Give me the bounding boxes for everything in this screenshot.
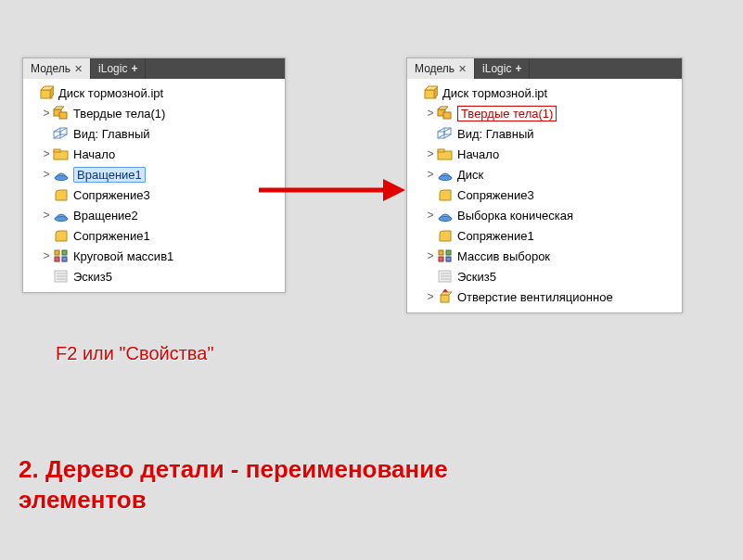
expander[interactable]: > <box>40 168 53 181</box>
root-label: Диск тормозной.ipt <box>442 86 547 100</box>
svg-rect-4 <box>59 112 67 119</box>
fillet-icon <box>437 186 454 203</box>
fillet-icon <box>53 227 70 244</box>
part-icon <box>422 84 439 101</box>
fillet-icon <box>437 227 454 244</box>
tree-item-label: Вращение1 <box>73 167 146 183</box>
view-icon <box>53 125 70 142</box>
tree-item[interactable]: >Начало <box>407 144 682 164</box>
tree-item-label: Диск <box>457 168 483 182</box>
svg-rect-13 <box>54 149 60 152</box>
tree-item[interactable]: >Отверстие вентиляционное <box>407 286 682 307</box>
tab-ilogic-label: iLogic <box>482 62 511 75</box>
tree-item-label: Твердые тела(1) <box>457 106 557 121</box>
tree-root[interactable]: Диск тормозной.ipt <box>23 83 285 103</box>
expander[interactable]: > <box>424 290 437 303</box>
svg-rect-40 <box>439 250 443 255</box>
tree-item-label: Сопряжение3 <box>457 188 534 202</box>
svg-line-9 <box>60 128 67 132</box>
tree-item-label: Эскиз5 <box>457 270 496 284</box>
tab-ilogic[interactable]: iLogic + <box>475 58 530 79</box>
svg-rect-17 <box>62 250 67 255</box>
svg-rect-43 <box>446 257 451 261</box>
close-icon[interactable]: ✕ <box>458 63 467 75</box>
tree-right: Диск тормозной.ipt >Твердые тела(1)Вид: … <box>407 79 682 312</box>
tree-item-label: Круговой массив1 <box>73 249 173 263</box>
root-label: Диск тормозной.ipt <box>58 86 163 100</box>
tree-item[interactable]: Сопряжение1 <box>407 225 682 246</box>
revolve-icon <box>53 207 70 223</box>
tree-item[interactable]: >Начало <box>23 144 285 164</box>
svg-rect-18 <box>55 257 59 261</box>
tree-item-label: Эскиз5 <box>73 270 112 284</box>
svg-marker-51 <box>442 289 448 292</box>
tab-model[interactable]: Модель ✕ <box>407 58 475 79</box>
expander[interactable]: > <box>40 107 53 120</box>
expander[interactable]: > <box>424 168 437 181</box>
sketch-icon <box>437 268 454 285</box>
tree-item[interactable]: >Выборка коническая <box>407 205 682 225</box>
tree-item-label: Сопряжение1 <box>73 229 150 243</box>
svg-point-14 <box>55 176 68 181</box>
expander[interactable]: > <box>424 249 437 262</box>
tree-item[interactable]: Вид: Главный <box>23 123 285 144</box>
tree-item[interactable]: Сопряжение1 <box>23 225 285 246</box>
tree-item-label: Вращение2 <box>73 209 138 223</box>
pattern-icon <box>53 248 70 264</box>
expander[interactable]: > <box>40 147 53 160</box>
tree-root[interactable]: Диск тормозной.ipt <box>407 83 682 103</box>
tab-model-label: Модель <box>31 62 70 75</box>
revolve-icon <box>437 207 454 223</box>
tree-item-label: Вид: Главный <box>73 127 150 141</box>
tabstrip: Модель ✕ iLogic + <box>23 58 285 79</box>
svg-marker-53 <box>383 179 405 201</box>
svg-rect-16 <box>55 250 59 255</box>
tree-item-label: Выборка коническая <box>457 209 573 223</box>
expander[interactable]: > <box>40 209 53 222</box>
plus-icon[interactable]: + <box>515 62 521 75</box>
tree-item[interactable]: Сопряжение3 <box>407 185 682 205</box>
svg-rect-42 <box>439 257 443 261</box>
tree-item-label: Отверстие вентиляционное <box>457 290 613 304</box>
folder-icon <box>437 146 454 162</box>
expander[interactable]: > <box>424 209 437 222</box>
tree-item[interactable]: >Круговой массив1 <box>23 246 285 266</box>
tree-item[interactable]: >Вращение1 <box>23 164 285 185</box>
tree-item[interactable]: >Твердые тела(1) <box>23 103 285 123</box>
plus-icon[interactable]: + <box>131 62 137 75</box>
tree-item-label: Начало <box>73 147 115 161</box>
svg-line-8 <box>54 128 60 132</box>
svg-point-15 <box>55 217 68 222</box>
tree-item[interactable]: >Массив выборок <box>407 246 682 266</box>
tree-item[interactable]: Эскиз5 <box>23 266 285 286</box>
tab-model[interactable]: Модель ✕ <box>23 58 91 79</box>
tree-item[interactable]: >Твердые тела(1) <box>407 103 682 123</box>
svg-point-38 <box>439 176 452 181</box>
tab-ilogic-label: iLogic <box>98 62 127 75</box>
folder-icon <box>53 146 70 162</box>
svg-line-10 <box>54 134 60 138</box>
view-icon <box>437 125 454 142</box>
close-icon[interactable]: ✕ <box>74 63 83 75</box>
expander[interactable]: > <box>40 249 53 262</box>
tree-item[interactable]: >Диск <box>407 164 682 185</box>
fillet-icon <box>53 186 70 203</box>
revolve-icon <box>53 166 70 183</box>
extrude-icon <box>437 288 454 305</box>
expander[interactable]: > <box>424 107 437 120</box>
tree-item[interactable]: Сопряжение3 <box>23 185 285 205</box>
svg-line-32 <box>438 128 444 132</box>
tabstrip: Модель ✕ iLogic + <box>407 58 682 79</box>
tree-item-label: Твердые тела(1) <box>73 107 165 121</box>
tree-item[interactable]: Вид: Главный <box>407 123 682 144</box>
revolve-icon <box>437 166 454 183</box>
tab-ilogic[interactable]: iLogic + <box>91 58 146 79</box>
right-panel: Модель ✕ iLogic + Диск тормозной.ipt >Тв… <box>406 57 683 313</box>
svg-line-33 <box>444 128 451 132</box>
sketch-icon <box>53 268 70 285</box>
expander[interactable]: > <box>424 147 437 160</box>
tree-item[interactable]: >Вращение2 <box>23 205 285 225</box>
svg-marker-5 <box>54 107 64 109</box>
bodies-icon <box>53 105 70 121</box>
tree-item[interactable]: Эскиз5 <box>407 266 682 286</box>
